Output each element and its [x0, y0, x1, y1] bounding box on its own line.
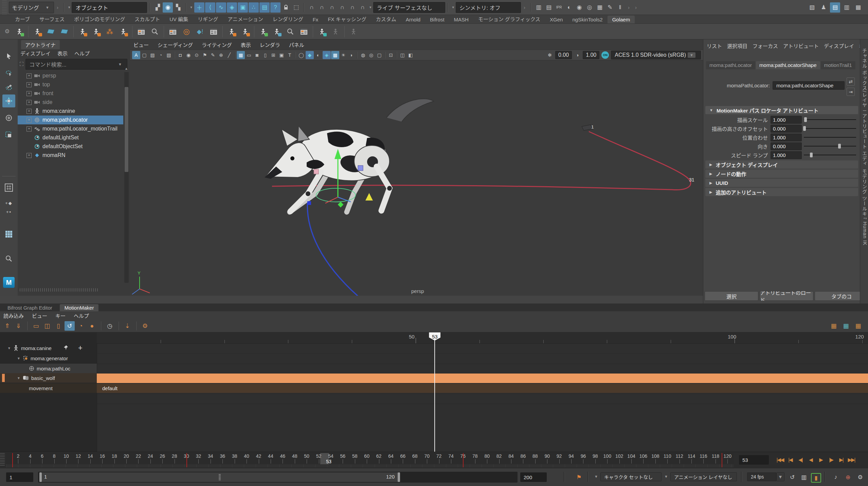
viewport-menu-2[interactable]: ライティング [202, 41, 232, 48]
zoom-tool[interactable] [2, 252, 15, 265]
exposure-icon[interactable]: ✻ [546, 51, 553, 59]
plugin-shelf2-icon[interactable]: ◧ [406, 51, 415, 59]
robot-dog-model[interactable] [265, 99, 434, 212]
drag-handle[interactable] [2, 0, 7, 15]
construction-history-icon[interactable]: ∩ [327, 2, 337, 13]
symmetry-field[interactable]: シンメトリ: オフ [456, 2, 521, 13]
film-gate-icon[interactable]: ▭ [245, 51, 253, 59]
anti-alias-icon[interactable]: ◎ [367, 51, 375, 59]
viewport-menu-4[interactable]: レンダラ [260, 41, 280, 48]
chevron-expanded-icon[interactable]: ▼ [17, 357, 20, 360]
isolate-select-icon[interactable]: ▢ [375, 51, 383, 59]
shelf-tab-4[interactable]: UV 編集 [165, 14, 193, 23]
pencil-icon[interactable]: ╱ [225, 51, 233, 59]
golaem-export-frame-icon[interactable] [225, 25, 238, 38]
snap-grid-icon[interactable]: ＋ [194, 2, 204, 13]
section-collapsed-3[interactable]: ▶追加のアトリビュート [705, 188, 858, 196]
tree-row-movement[interactable]: movement [0, 383, 97, 393]
workspace-attribute-editor-icon[interactable]: ▤ [830, 2, 840, 13]
gamma-icon[interactable]: ◑ [574, 51, 581, 59]
shelf-tab-14[interactable]: モーション グラフィックス [473, 14, 545, 23]
history-options-icon[interactable]: ∩ [347, 2, 358, 13]
scroll-up-icon[interactable]: ▲ [125, 67, 128, 70]
safe-action-icon[interactable]: ▣ [277, 51, 286, 59]
expand-icon[interactable]: + [26, 153, 32, 158]
display-render-settings-icon[interactable]: ◉ [574, 2, 584, 13]
exposure-field[interactable]: 0.00 [555, 51, 572, 59]
slider-handle[interactable] [803, 126, 806, 131]
animation-end-field[interactable]: 200 [520, 472, 547, 482]
outliner-item-momaRN[interactable]: +momaRN [18, 151, 123, 160]
mm-load-down-icon[interactable]: ⇓ [13, 321, 23, 331]
pan-zoom-icon[interactable]: ⊕ [217, 51, 225, 59]
select-component-icon[interactable]: ▚ [173, 2, 183, 13]
fps-caret[interactable]: ▼ [776, 472, 784, 481]
attribute-value-field[interactable]: 0.000 [771, 142, 802, 150]
scale-tool[interactable] [2, 128, 15, 141]
chevron-down-icon[interactable]: ▼ [594, 474, 598, 479]
shelf-tab-8[interactable]: Fx [308, 16, 323, 23]
outliner-menu-2[interactable]: ヘルプ [74, 50, 90, 57]
shaded-icon[interactable]: ◆ [306, 51, 314, 59]
shelf-tab-0[interactable]: カーブ [10, 14, 35, 23]
clip-basic-wolf[interactable] [97, 373, 868, 383]
auto-keyframe-icon[interactable]: ▮ [811, 473, 821, 483]
draw-annotation-icon[interactable]: ✎ [209, 51, 217, 59]
range-start-handle[interactable] [39, 472, 42, 482]
attribute-tab-2[interactable]: motionTrail1 [821, 61, 855, 69]
snap-curve-icon[interactable]: ⟨ [205, 2, 215, 13]
light-editor-icon[interactable]: ◎ [584, 2, 595, 13]
outliner-vscrollbar[interactable]: ▲ [124, 72, 129, 283]
help-snap-icon[interactable]: ? [270, 2, 281, 13]
outliner-item-defaultLightSet[interactable]: defaultLightSet [18, 133, 123, 142]
golaem-particles-icon[interactable]: ⁂ [103, 25, 116, 38]
character-set-dropdown[interactable]: キャラクタ セットなし [600, 472, 662, 481]
golaem-table-icon[interactable] [207, 25, 220, 38]
wireframe-icon[interactable]: ◯ [297, 51, 305, 59]
chevron-down-icon[interactable]: ▾ [369, 5, 372, 10]
section-collapsed-0[interactable]: ▶オブジェクト ディスプレイ [705, 160, 858, 169]
expand-icon[interactable]: + [26, 82, 32, 87]
mm-grid-teal-icon[interactable]: ▦ [841, 321, 851, 331]
marker-green-diamond[interactable] [338, 202, 344, 208]
mm-loop-icon[interactable]: ↺ [65, 321, 75, 331]
isolate-grid-tool[interactable] [2, 228, 15, 241]
golaem-inspect-icon[interactable] [148, 25, 161, 38]
node-name-field[interactable]: moma:pathLocatorShape [773, 81, 845, 90]
go-to-start-button[interactable]: |◀◀ [776, 455, 784, 465]
outliner-hscrollbar[interactable] [20, 288, 98, 292]
chevron-down-icon[interactable]: ▾ [452, 5, 454, 10]
expand-icon[interactable]: + [26, 100, 32, 105]
chevron-down-icon[interactable]: ▼ [664, 474, 668, 479]
outliner-item-top[interactable]: +top [18, 80, 123, 89]
outliner-item-moma:pathLocator_motionTrail[interactable]: +moma:pathLocator_motionTrail [18, 124, 123, 133]
expand-icon[interactable]: + [26, 73, 32, 79]
lock-icon[interactable] [281, 2, 291, 13]
plus-square-button[interactable]: +▪ [2, 205, 15, 218]
slider-handle[interactable] [838, 144, 841, 149]
play-backwards-button[interactable]: ◀ [806, 455, 815, 465]
viewport-canvas[interactable]: 1 31 [130, 60, 703, 296]
command-search-input[interactable]: コマンド検索... ▼ [25, 59, 127, 70]
rotate-tool[interactable] [2, 111, 15, 124]
outliner-menu-0[interactable]: ディスプレイ [20, 50, 51, 57]
tree-row-moma:pathLoc[interactable]: moma:pathLoc [0, 364, 97, 373]
snap-projected-center-icon[interactable]: ◈ [227, 2, 237, 13]
shelf-gear-icon[interactable]: ⚙ [2, 27, 12, 37]
view-transform-dropdown[interactable]: ACES 1.0 SDR-video (sRGB) ▼ [611, 51, 701, 59]
snap-view-plane-icon[interactable]: ▣ [238, 2, 248, 13]
attribute-tab-1[interactable]: moma:pathLocatorShape [756, 61, 820, 69]
attribute-value-field[interactable]: 1.000 [771, 116, 802, 124]
maya-m-logo-icon[interactable]: M [3, 277, 15, 288]
add-track-button[interactable]: + [78, 344, 83, 352]
mm-clip-rect-icon[interactable]: ▭ [31, 321, 41, 331]
shelf-tab-6[interactable]: アニメーション [223, 14, 268, 23]
attribute-editor-menu-3[interactable]: アトリビュート [783, 42, 819, 49]
playblast-icon[interactable]: ▥ [799, 472, 809, 482]
collapse-arrow-icon[interactable]: › [635, 4, 637, 10]
shelf-tab-13[interactable]: MASH [449, 16, 473, 23]
mm-clip-bracket-icon[interactable]: ◫ [42, 321, 52, 331]
outliner-item-front[interactable]: +front [18, 89, 123, 98]
chevron-expanded-icon[interactable]: ▼ [17, 376, 20, 380]
chevron-down-icon[interactable]: ▼ [118, 62, 122, 66]
